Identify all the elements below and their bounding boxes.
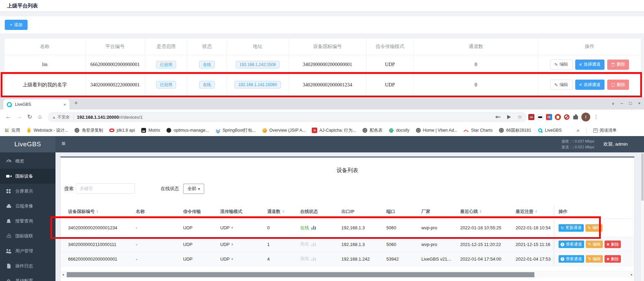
enabled-badge[interactable]: 已启用	[156, 81, 176, 88]
new-tab-button[interactable]	[74, 99, 78, 107]
forward-icon[interactable]	[16, 113, 22, 120]
bookmark-item-ajcaptcha[interactable]: AJ-Captcha: 行为...	[312, 128, 356, 133]
tab-close-icon[interactable]	[63, 102, 66, 107]
bookmark-item-starcharts[interactable]: Star Charts	[464, 128, 493, 133]
vertical-scrollbar[interactable]	[641, 152, 644, 281]
password-key-icon[interactable]	[496, 116, 500, 118]
reload-icon[interactable]	[27, 113, 32, 120]
stream-mode-select[interactable]: UDP	[220, 225, 233, 230]
extension-stop-hand-icon[interactable]	[555, 114, 561, 120]
bookmarks-overflow-icon[interactable]: »	[577, 128, 579, 133]
bookmark-item-jdk[interactable]: jdk1.8 api	[109, 128, 135, 133]
bookmark-item-springboot[interactable]: SpringBoot打包...	[215, 128, 256, 133]
select-channel-button[interactable]: 选择通道	[575, 60, 605, 70]
globe-icon	[362, 128, 368, 133]
col-header-stream-mode: 流传输模式	[220, 209, 267, 215]
profile-avatar[interactable]: I	[581, 113, 590, 121]
sidebar-item-split-screen[interactable]: 分屏展示	[0, 184, 55, 199]
delete-button[interactable]: 删除	[605, 255, 621, 263]
arrow-down-icon	[572, 145, 574, 149]
device-row-1[interactable]: 34020000002000001234 - UDP UDP 0 在线 192.…	[61, 219, 634, 237]
bookmark-item-optimus[interactable]: optimus-manage...	[166, 128, 209, 133]
address-bar[interactable]: 不安全 192.168.1.141:20000/#/devices/1	[48, 112, 527, 122]
sidebar-item-gb-devices[interactable]: 国标设备	[0, 169, 55, 184]
edit-button[interactable]: 编辑	[586, 241, 603, 248]
sidebar-item-alarm-query[interactable]: 报警查询	[0, 214, 55, 229]
sort-icon	[96, 210, 98, 213]
browser-tab[interactable]: LiveGBS	[3, 99, 69, 110]
device-list-card: 设备列表 搜索 在线状态 全部 设备国标编号 名称 信令传输 流传输模式 通道数…	[60, 156, 634, 281]
sidebar-item-cloud-recording[interactable]: 云端录像	[0, 199, 55, 214]
home-icon[interactable]	[38, 113, 42, 120]
col-header-heartbeat[interactable]: 最近心跳	[460, 209, 516, 215]
enabled-badge[interactable]: 已启用	[156, 61, 176, 68]
bookmark-item-apps[interactable]: 应用	[4, 128, 20, 133]
platform-row-2: 上级看到的我的名字 34020000002220000001 已启用 在线 19…	[4, 74, 641, 95]
bookmark-item-gb28181[interactable]: 66国标28181	[499, 128, 531, 133]
sidebar-item-operation-log[interactable]: 操作日志	[0, 259, 55, 274]
select-channel-button[interactable]: 选择通道	[575, 80, 605, 90]
update-channels-button[interactable]: 更新通道	[559, 224, 584, 232]
trash-icon	[611, 63, 615, 66]
col-header-channels[interactable]: 通道数	[267, 209, 300, 215]
col-header-actions: 操作	[554, 204, 634, 218]
delete-button[interactable]: 删除	[605, 241, 621, 248]
edit-button[interactable]: 编辑	[586, 255, 603, 263]
extension-block-icon[interactable]	[564, 114, 570, 120]
bookmark-item-palette[interactable]: 配色表	[362, 128, 383, 133]
stream-mode-select[interactable]: UDP	[220, 242, 233, 247]
cell-platform-id: 66620000002000000001	[85, 55, 145, 74]
device-row-3[interactable]: 66620000002000000001 - UDP UDP 4 离线 192.…	[61, 252, 634, 266]
stream-mode-select[interactable]: UDP	[220, 257, 233, 262]
scrollbar-thumb[interactable]	[641, 153, 644, 201]
bookmark-item-webstack[interactable]: Webstack - 设计...	[26, 128, 68, 133]
device-table-header: 设备国标编号 名称 信令传输 流传输模式 通道数 在线状态 出口IP 端口 厂家…	[61, 204, 634, 219]
extension-js-icon[interactable]	[528, 114, 534, 120]
close-icon[interactable]	[638, 101, 641, 106]
extensions-puzzle-icon[interactable]	[573, 114, 579, 120]
delete-button[interactable]: 删除	[607, 60, 629, 70]
sidebar-item-basic-config[interactable]: 基础配置	[0, 274, 55, 281]
col-header-status: 状态	[188, 38, 227, 55]
edit-button[interactable]: 编辑	[585, 224, 602, 232]
maximize-icon[interactable]	[629, 101, 632, 106]
scroll-left-icon[interactable]	[62, 273, 64, 276]
bookmark-item-copy[interactable]: 免登录复制	[74, 128, 103, 133]
bookmark-item-jsip[interactable]: Overview (JSIP A...	[262, 128, 306, 133]
sidebar-item-overview[interactable]: 概览	[0, 154, 55, 169]
sidebar-item-gb-cascade[interactable]: 国标级联	[0, 229, 55, 244]
welcome-text[interactable]: 欢迎, admin	[603, 141, 628, 147]
view-channels-button[interactable]: 查看通道	[559, 255, 584, 263]
bookmark-item-livegbs[interactable]: LiveGBS	[537, 128, 562, 133]
bookmark-item-motrix[interactable]: Motrix	[141, 128, 160, 133]
menu-toggle-icon[interactable]	[62, 140, 65, 147]
not-secure-icon[interactable]	[52, 115, 55, 119]
back-icon[interactable]	[5, 113, 11, 120]
edit-button[interactable]: 编辑	[550, 80, 573, 90]
scrollbar-thumb[interactable]	[67, 272, 534, 277]
send-icon[interactable]	[507, 115, 511, 119]
bookmark-item-vben[interactable]: Home | Vben Ad...	[416, 128, 457, 133]
view-channels-button[interactable]: 查看通道	[559, 241, 584, 248]
reading-list-button[interactable]: 阅读清单	[593, 128, 617, 133]
col-header-gb-id[interactable]: 设备国标编号	[61, 209, 136, 215]
app-logo[interactable]: LiveGBS	[0, 136, 55, 152]
bookmark-item-docsify[interactable]: docsify	[389, 128, 409, 133]
col-header-registered[interactable]: 最近注册	[516, 209, 554, 215]
minimize-icon[interactable]	[621, 101, 623, 106]
bookmark-star-icon[interactable]	[518, 114, 522, 120]
add-button[interactable]: + 添加	[5, 20, 28, 30]
extension-robot-icon[interactable]	[537, 114, 543, 120]
extension-fe-icon[interactable]	[546, 114, 552, 120]
bar-chart-icon[interactable]	[313, 226, 314, 230]
search-input[interactable]	[76, 183, 135, 194]
device-row-2[interactable]: 34020000002110000111 - UDP UDP 1 离线 192.…	[61, 237, 634, 252]
online-status-select[interactable]: 全部	[183, 184, 204, 194]
chevron-down-icon[interactable]	[612, 101, 614, 106]
sidebar-item-user-management[interactable]: 用户管理	[0, 244, 55, 259]
browser-menu-icon[interactable]	[593, 114, 599, 120]
delete-button[interactable]: 删除	[607, 80, 629, 90]
edit-button[interactable]: 编辑	[550, 60, 573, 70]
scroll-right-icon[interactable]	[631, 273, 632, 276]
horizontal-scrollbar[interactable]	[61, 271, 634, 278]
